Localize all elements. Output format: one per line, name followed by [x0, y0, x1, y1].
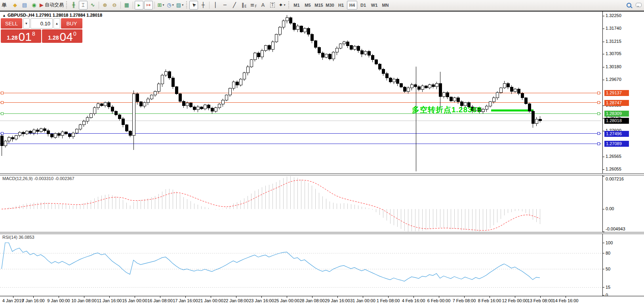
templates-dropdown-icon: ▾ — [182, 3, 183, 7]
time-tick-mark — [135, 296, 135, 298]
panel-separator-macd[interactable] — [0, 173, 644, 175]
price-badge: 1.29137 — [604, 90, 629, 96]
time-tick-mark — [211, 296, 211, 298]
toolbar-cursor-button[interactable]: ➤ — [189, 1, 198, 10]
buy-price-prefix: 1.28 — [48, 35, 59, 41]
time-tick-label: 8 Feb 16:00 — [478, 298, 501, 303]
toolbar-zoom-out-button[interactable]: ⊖ — [110, 1, 119, 10]
timeframe-H1-button[interactable]: H1 — [336, 1, 346, 10]
turning-point-annotation[interactable]: 多空转折点1.28309 — [412, 105, 482, 115]
sell-price-prefix: 1.28 — [7, 35, 17, 41]
main-toolbar: 单◆▤◉▶自动交易╫⌶∿⊕⊖▦▸↦⊞▾◷▾▨▾➤┼│─╱∥E≡FAT✦▾M1M5… — [0, 0, 644, 10]
toolbar-autotrading-button[interactable]: ▶自动交易 — [39, 1, 64, 10]
fibonacci-retracement-sub-label: F — [255, 5, 257, 8]
chart-ohlc-title: ▲GBPUSD-,H4 1.27991 1.28018 1.27884 1.28… — [2, 13, 102, 17]
market-scanner-icon: ◉ — [32, 2, 36, 8]
time-tick-mark — [490, 296, 490, 298]
macd-tick-label: -0.004943 — [606, 226, 625, 231]
time-tick-label: 6 Feb 00:00 — [427, 298, 451, 303]
buy-button[interactable]: BUY — [61, 18, 82, 29]
rsi-tick-mark — [603, 269, 604, 269]
time-tick-mark — [439, 296, 439, 298]
toolbar-text-label-button[interactable]: T — [268, 1, 277, 10]
collapse-panel-icon[interactable]: ▲ — [2, 13, 6, 17]
toolbar-grip — [288, 1, 290, 9]
price-tick-mark — [603, 157, 604, 157]
price-tick-mark — [603, 16, 604, 16]
timeframe-MN-button[interactable]: MN — [380, 1, 391, 10]
indicators-dropdown-icon: ▾ — [162, 3, 164, 7]
toolbar-arrows-button[interactable]: ✦▾ — [278, 1, 286, 10]
toolbar-chart-shift-button[interactable]: ↦ — [144, 1, 153, 10]
toolbar-indicators-button[interactable]: ⊞▾ — [156, 1, 165, 10]
price-axis[interactable]: 1.322501.317401.312151.307051.301801.296… — [602, 12, 644, 296]
toolbar-text-button[interactable]: A — [259, 1, 267, 10]
toolbar-line-chart-button[interactable]: ∿ — [88, 1, 97, 10]
panel-separator-rsi[interactable] — [0, 232, 644, 234]
price-tick-label: 1.30180 — [606, 64, 621, 69]
time-axis[interactable]: 4 Jan 20197 Jan 16:009 Jan 00:0010 Jan 0… — [0, 296, 644, 305]
vertical-line-icon: │ — [214, 2, 217, 8]
toolbar-crosshair-button[interactable]: ┼ — [199, 1, 208, 10]
crosshair-icon: ┼ — [202, 2, 205, 8]
autotrading-icon: ▶ — [40, 2, 44, 8]
toolbar-clipped-button[interactable]: 单 — [1, 1, 10, 10]
rsi-tick-mark — [603, 287, 604, 288]
zoom-in-icon: ⊕ — [103, 2, 107, 8]
time-tick-mark — [413, 296, 414, 298]
time-tick-mark — [287, 296, 287, 298]
toolbar-bar-chart-button[interactable]: ╫ — [69, 1, 78, 10]
buy-price-display[interactable]: 1.28 04 0 — [42, 29, 82, 43]
toolbar-horizontal-line-button[interactable]: ─ — [221, 1, 229, 10]
timeframe-M15-button[interactable]: M15 — [314, 1, 324, 10]
time-tick-label: 15 Jan 00:00 — [122, 298, 147, 303]
time-tick-label: 29 Jan 16:00 — [325, 298, 350, 303]
toolbar-periods-button[interactable]: ◷▾ — [166, 1, 175, 10]
time-tick-mark — [388, 296, 389, 298]
toolbar-profile-charts-button[interactable]: ▤ — [20, 1, 29, 10]
rsi-tick-label: 50 — [606, 267, 610, 271]
sell-price-display[interactable]: 1.28 01 8 — [1, 29, 41, 43]
toolbar-equidistant-channel-button[interactable]: ∥E — [240, 1, 248, 10]
volume-decrease-button[interactable]: ▼ — [23, 18, 30, 29]
trading-terminal-window: 单◆▤◉▶自动交易╫⌶∿⊕⊖▦▸↦⊞▾◷▾▨▾➤┼│─╱∥E≡FAT✦▾M1M5… — [0, 0, 644, 305]
time-tick-mark — [363, 296, 363, 298]
timeframe-M1-button[interactable]: M1 — [292, 1, 302, 10]
toolbar-zoom-in-button[interactable]: ⊕ — [101, 1, 109, 10]
time-tick-label: 10 Jan 08:00 — [71, 298, 97, 303]
trendline-icon: ╱ — [233, 2, 236, 8]
price-tick-mark — [603, 80, 604, 80]
toolbar-vertical-line-button[interactable]: │ — [211, 1, 220, 10]
arrows-dropdown-icon: ▾ — [284, 3, 285, 7]
time-tick-mark — [540, 296, 541, 298]
volume-input[interactable] — [30, 18, 53, 29]
price-tick-mark — [603, 67, 604, 67]
toolbar-market-scanner-button[interactable]: ◉ — [30, 1, 38, 10]
rsi-tick-label: 80 — [606, 251, 610, 255]
timeframe-M30-button[interactable]: M30 — [325, 1, 335, 10]
toolbar-tile-windows-button[interactable]: ▦ — [122, 1, 131, 10]
timeframe-H4-button[interactable]: H4 — [347, 1, 357, 10]
toolbar-search-button[interactable] — [625, 1, 633, 10]
toolbar-new-order-button[interactable]: ◆ — [11, 1, 19, 10]
time-tick-mark — [464, 296, 465, 298]
horizontal-line-icon: ─ — [223, 2, 227, 8]
time-tick-label: 17 Jan 16:00 — [173, 298, 198, 303]
toolbar-trendline-button[interactable]: ╱ — [230, 1, 239, 10]
volume-increase-button[interactable]: ▲ — [53, 18, 60, 29]
toolbar-fibonacci-retracement-button[interactable]: ≡F — [249, 1, 258, 10]
toolbar-templates-button[interactable]: ▨▾ — [175, 1, 184, 10]
time-tick-label: 23 Jan 16:00 — [249, 298, 274, 303]
timeframe-W1-button[interactable]: W1 — [369, 1, 379, 10]
toolbar-candlestick-chart-button[interactable]: ⌶ — [79, 1, 88, 10]
toolbar-chat-button[interactable] — [634, 1, 643, 10]
main-chart-canvas[interactable] — [0, 12, 602, 296]
toolbar-separator — [133, 2, 133, 9]
toolbar-auto-scroll-button[interactable]: ▸ — [135, 1, 143, 10]
timeframe-M5-button[interactable]: M5 — [303, 1, 313, 10]
sell-button[interactable]: SELL — [1, 18, 22, 29]
timeframe-D1-button[interactable]: D1 — [358, 1, 368, 10]
rsi-tick-mark — [603, 243, 604, 243]
time-tick-label: 12 Feb 00:00 — [502, 298, 528, 303]
tile-windows-icon: ▦ — [124, 2, 129, 8]
